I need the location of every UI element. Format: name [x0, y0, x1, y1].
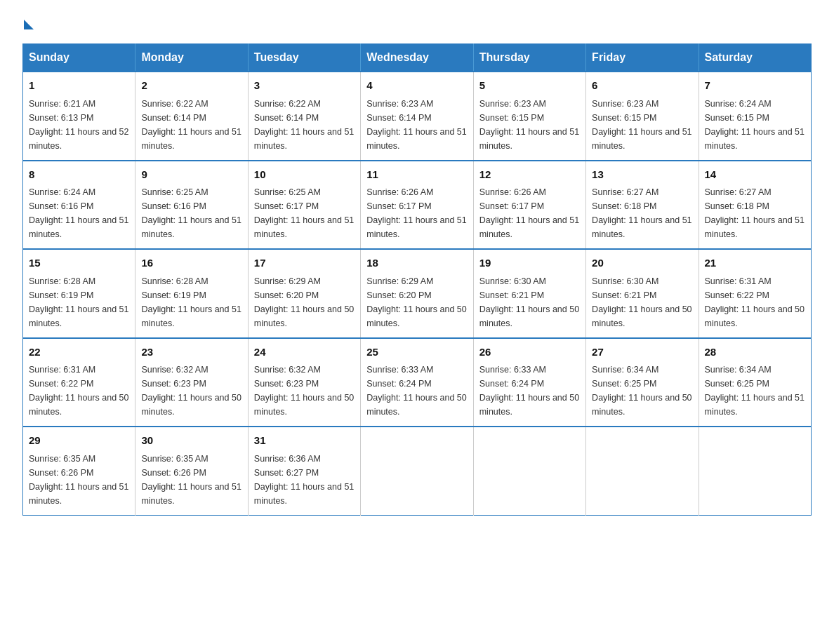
day-info: Sunrise: 6:33 AMSunset: 6:24 PMDaylight:…	[479, 365, 579, 417]
calendar-cell: 13 Sunrise: 6:27 AMSunset: 6:18 PMDaylig…	[586, 161, 699, 250]
day-number: 21	[705, 255, 805, 271]
header-day-tuesday: Tuesday	[248, 44, 360, 72]
day-number: 27	[592, 344, 692, 361]
day-info: Sunrise: 6:28 AMSunset: 6:19 PMDaylight:…	[29, 276, 128, 328]
day-number: 11	[366, 167, 467, 183]
day-info: Sunrise: 6:24 AMSunset: 6:15 PMDaylight:…	[705, 99, 805, 151]
day-number: 24	[254, 344, 355, 361]
day-number: 26	[479, 344, 580, 361]
calendar-cell: 21 Sunrise: 6:31 AMSunset: 6:22 PMDaylig…	[699, 249, 811, 338]
header-day-saturday: Saturday	[699, 44, 811, 72]
day-info: Sunrise: 6:23 AMSunset: 6:14 PMDaylight:…	[366, 99, 466, 151]
calendar-cell: 9 Sunrise: 6:25 AMSunset: 6:16 PMDayligh…	[135, 161, 248, 250]
day-info: Sunrise: 6:35 AMSunset: 6:26 PMDaylight:…	[29, 454, 128, 506]
day-info: Sunrise: 6:29 AMSunset: 6:20 PMDaylight:…	[366, 276, 466, 328]
calendar-cell	[699, 427, 811, 515]
calendar-cell: 12 Sunrise: 6:26 AMSunset: 6:17 PMDaylig…	[473, 161, 585, 250]
day-info: Sunrise: 6:26 AMSunset: 6:17 PMDaylight:…	[366, 187, 466, 239]
calendar-cell: 1 Sunrise: 6:21 AMSunset: 6:13 PMDayligh…	[23, 72, 135, 161]
day-info: Sunrise: 6:24 AMSunset: 6:16 PMDaylight:…	[29, 187, 128, 239]
calendar-cell: 31 Sunrise: 6:36 AMSunset: 6:27 PMDaylig…	[248, 427, 360, 515]
day-number: 15	[29, 255, 129, 271]
day-number: 7	[705, 78, 805, 94]
calendar-body: 1 Sunrise: 6:21 AMSunset: 6:13 PMDayligh…	[23, 72, 812, 515]
page-header	[22, 17, 812, 29]
day-number: 28	[705, 344, 805, 361]
calendar-table: SundayMondayTuesdayWednesdayThursdayFrid…	[22, 43, 812, 516]
calendar-cell: 30 Sunrise: 6:35 AMSunset: 6:26 PMDaylig…	[135, 427, 248, 515]
day-info: Sunrise: 6:34 AMSunset: 6:25 PMDaylight:…	[592, 365, 691, 417]
header-row: SundayMondayTuesdayWednesdayThursdayFrid…	[23, 44, 812, 72]
calendar-cell: 15 Sunrise: 6:28 AMSunset: 6:19 PMDaylig…	[23, 249, 135, 338]
calendar-cell: 29 Sunrise: 6:35 AMSunset: 6:26 PMDaylig…	[23, 427, 135, 515]
calendar-cell: 27 Sunrise: 6:34 AMSunset: 6:25 PMDaylig…	[586, 338, 699, 427]
logo-arrow-icon	[24, 20, 34, 29]
logo	[22, 17, 34, 29]
day-number: 1	[29, 78, 129, 94]
day-info: Sunrise: 6:34 AMSunset: 6:25 PMDaylight:…	[705, 365, 805, 417]
calendar-cell: 28 Sunrise: 6:34 AMSunset: 6:25 PMDaylig…	[699, 338, 811, 427]
day-info: Sunrise: 6:31 AMSunset: 6:22 PMDaylight:…	[705, 276, 805, 328]
day-number: 10	[254, 167, 355, 183]
header-day-thursday: Thursday	[473, 44, 585, 72]
calendar-cell: 16 Sunrise: 6:28 AMSunset: 6:19 PMDaylig…	[135, 249, 248, 338]
calendar-cell: 20 Sunrise: 6:30 AMSunset: 6:21 PMDaylig…	[586, 249, 699, 338]
calendar-cell	[586, 427, 699, 515]
day-info: Sunrise: 6:22 AMSunset: 6:14 PMDaylight:…	[141, 99, 241, 151]
day-number: 8	[29, 167, 129, 183]
day-info: Sunrise: 6:22 AMSunset: 6:14 PMDaylight:…	[254, 99, 354, 151]
calendar-week-4: 22 Sunrise: 6:31 AMSunset: 6:22 PMDaylig…	[23, 338, 812, 427]
calendar-cell: 2 Sunrise: 6:22 AMSunset: 6:14 PMDayligh…	[135, 72, 248, 161]
header-day-friday: Friday	[586, 44, 699, 72]
header-day-monday: Monday	[135, 44, 248, 72]
day-number: 18	[366, 255, 467, 271]
day-info: Sunrise: 6:23 AMSunset: 6:15 PMDaylight:…	[592, 99, 691, 151]
calendar-cell: 26 Sunrise: 6:33 AMSunset: 6:24 PMDaylig…	[473, 338, 585, 427]
day-info: Sunrise: 6:29 AMSunset: 6:20 PMDaylight:…	[254, 276, 354, 328]
calendar-cell: 25 Sunrise: 6:33 AMSunset: 6:24 PMDaylig…	[361, 338, 473, 427]
calendar-week-1: 1 Sunrise: 6:21 AMSunset: 6:13 PMDayligh…	[23, 72, 812, 161]
day-number: 19	[479, 255, 580, 271]
calendar-cell: 4 Sunrise: 6:23 AMSunset: 6:14 PMDayligh…	[361, 72, 473, 161]
day-number: 22	[29, 344, 129, 361]
day-info: Sunrise: 6:35 AMSunset: 6:26 PMDaylight:…	[141, 454, 241, 506]
header-day-wednesday: Wednesday	[361, 44, 473, 72]
calendar-cell: 14 Sunrise: 6:27 AMSunset: 6:18 PMDaylig…	[699, 161, 811, 250]
day-info: Sunrise: 6:27 AMSunset: 6:18 PMDaylight:…	[705, 187, 805, 239]
calendar-cell: 23 Sunrise: 6:32 AMSunset: 6:23 PMDaylig…	[135, 338, 248, 427]
day-info: Sunrise: 6:36 AMSunset: 6:27 PMDaylight:…	[254, 454, 354, 506]
calendar-week-3: 15 Sunrise: 6:28 AMSunset: 6:19 PMDaylig…	[23, 249, 812, 338]
calendar-cell: 22 Sunrise: 6:31 AMSunset: 6:22 PMDaylig…	[23, 338, 135, 427]
calendar-header: SundayMondayTuesdayWednesdayThursdayFrid…	[23, 44, 812, 72]
day-number: 5	[479, 78, 580, 94]
day-info: Sunrise: 6:30 AMSunset: 6:21 PMDaylight:…	[479, 276, 579, 328]
day-number: 4	[366, 78, 467, 94]
calendar-cell: 6 Sunrise: 6:23 AMSunset: 6:15 PMDayligh…	[586, 72, 699, 161]
day-info: Sunrise: 6:27 AMSunset: 6:18 PMDaylight:…	[592, 187, 691, 239]
calendar-cell: 5 Sunrise: 6:23 AMSunset: 6:15 PMDayligh…	[473, 72, 585, 161]
calendar-cell: 24 Sunrise: 6:32 AMSunset: 6:23 PMDaylig…	[248, 338, 360, 427]
header-day-sunday: Sunday	[23, 44, 135, 72]
day-info: Sunrise: 6:32 AMSunset: 6:23 PMDaylight:…	[254, 365, 354, 417]
day-info: Sunrise: 6:33 AMSunset: 6:24 PMDaylight:…	[366, 365, 466, 417]
calendar-cell: 17 Sunrise: 6:29 AMSunset: 6:20 PMDaylig…	[248, 249, 360, 338]
day-number: 30	[141, 433, 241, 449]
day-info: Sunrise: 6:26 AMSunset: 6:17 PMDaylight:…	[479, 187, 579, 239]
calendar-week-2: 8 Sunrise: 6:24 AMSunset: 6:16 PMDayligh…	[23, 161, 812, 250]
day-number: 2	[141, 78, 241, 94]
calendar-cell: 18 Sunrise: 6:29 AMSunset: 6:20 PMDaylig…	[361, 249, 473, 338]
day-number: 29	[29, 433, 129, 449]
day-number: 25	[366, 344, 467, 361]
calendar-cell: 19 Sunrise: 6:30 AMSunset: 6:21 PMDaylig…	[473, 249, 585, 338]
calendar-cell: 3 Sunrise: 6:22 AMSunset: 6:14 PMDayligh…	[248, 72, 360, 161]
day-number: 17	[254, 255, 355, 271]
day-info: Sunrise: 6:25 AMSunset: 6:16 PMDaylight:…	[141, 187, 241, 239]
day-number: 31	[254, 433, 355, 449]
day-number: 16	[141, 255, 241, 271]
day-number: 3	[254, 78, 355, 94]
calendar-week-5: 29 Sunrise: 6:35 AMSunset: 6:26 PMDaylig…	[23, 427, 812, 515]
day-info: Sunrise: 6:30 AMSunset: 6:21 PMDaylight:…	[592, 276, 691, 328]
calendar-cell: 11 Sunrise: 6:26 AMSunset: 6:17 PMDaylig…	[361, 161, 473, 250]
day-number: 6	[592, 78, 692, 94]
day-number: 12	[479, 167, 580, 183]
